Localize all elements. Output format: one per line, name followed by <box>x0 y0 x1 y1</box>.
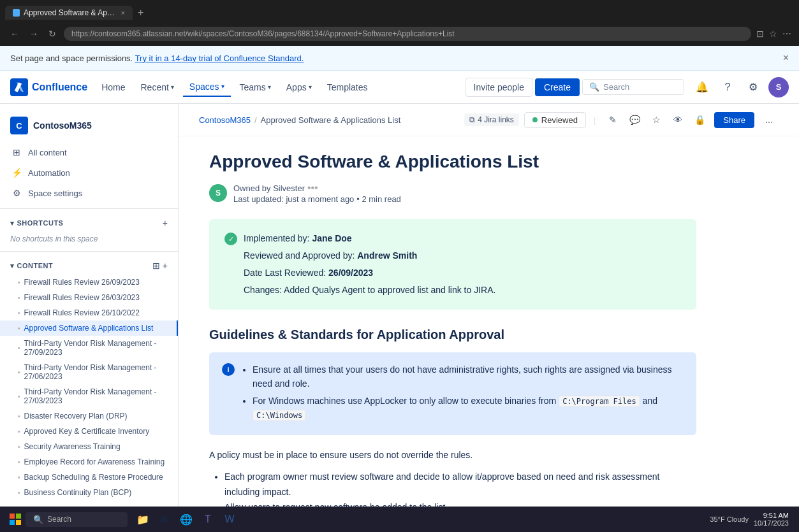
browser-extension-icon[interactable]: ⊡ <box>756 29 764 39</box>
sidebar-page-bcp[interactable]: Business Continuity Plan (BCP) <box>0 485 178 500</box>
taskbar-explorer-icon[interactable]: 📁 <box>133 509 153 529</box>
address-bar[interactable] <box>64 27 751 41</box>
browser-active-tab[interactable]: Approved Software & Applic... × <box>5 6 133 20</box>
sidebar-all-content[interactable]: ⊞ All content <box>0 142 178 162</box>
taskbar-app-icons: 📁 ✉ 🌐 T W <box>133 509 240 529</box>
sidebar-automation[interactable]: ⚡ Automation <box>0 162 178 183</box>
banner-link[interactable]: Try it in a 14-day trial of Confluence S… <box>135 54 304 63</box>
more-actions-button[interactable]: ... <box>759 110 779 129</box>
content-title[interactable]: ▾ CONTENT <box>10 262 53 270</box>
sidebar-page-vendor-1[interactable]: Third-Party Vendor Risk Management - 27/… <box>0 336 178 360</box>
tab-close-button[interactable]: × <box>121 9 125 17</box>
sidebar-page-security-training[interactable]: Security Awareness Training <box>0 439 178 454</box>
star-button[interactable]: ☆ <box>647 110 666 129</box>
invite-people-button[interactable]: Invite people <box>465 78 532 97</box>
recent-chevron: ▾ <box>171 83 174 90</box>
bullet-1: Ensure at all times that your users do n… <box>253 363 684 391</box>
nav-apps[interactable]: Apps ▾ <box>280 78 318 96</box>
implemented-text: Implemented by: Jane Doe <box>244 232 352 245</box>
system-tray: 35°F Cloudy 9:51 AM 10/17/2023 <box>705 512 794 527</box>
content-filter-button[interactable]: ⊞ <box>152 261 160 271</box>
shortcuts-empty-message: No shortcuts in this space <box>0 232 178 246</box>
sidebar-page-vendor-3[interactable]: Third-Party Vendor Risk Management - 27/… <box>0 384 178 408</box>
content-add-button[interactable]: + <box>163 261 168 271</box>
taskbar-word-icon[interactable]: W <box>219 509 240 529</box>
logo-icon <box>10 78 28 96</box>
taskbar-teams-icon[interactable]: T <box>198 509 218 529</box>
space-name: ContosoM365 <box>33 120 92 131</box>
edit-button[interactable]: ✎ <box>603 110 622 129</box>
shortcuts-add-button[interactable]: + <box>163 218 168 228</box>
jira-icon: ⧉ <box>469 115 475 124</box>
start-button[interactable] <box>5 509 26 529</box>
banner-close-button[interactable]: × <box>783 52 789 64</box>
user-avatar[interactable]: S <box>768 77 789 97</box>
notifications-button[interactable]: 🔔 <box>692 77 712 97</box>
settings-button[interactable]: ⚙ <box>743 77 763 97</box>
changes-text: Added Qualys Agent to approved list and … <box>284 285 495 295</box>
confluence-logo[interactable]: Confluence <box>10 78 87 96</box>
sidebar-page-firewall-3[interactable]: Firewall Rules Review 26/10/2022 <box>0 305 178 320</box>
banner-text: Set page and space permissions. <box>10 54 133 63</box>
help-button[interactable]: ? <box>717 77 738 97</box>
nav-templates[interactable]: Templates <box>321 78 374 96</box>
breadcrumb-space-link[interactable]: ContosoM365 <box>199 115 251 125</box>
svg-rect-0 <box>10 514 15 519</box>
sidebar-page-firewall-1[interactable]: Firewall Rules Review 26/09/2023 <box>0 275 178 290</box>
nav-home[interactable]: Home <box>95 78 131 96</box>
search-icon: 🔍 <box>589 82 599 92</box>
jira-links-badge[interactable]: ⧉ 4 Jira links <box>464 113 519 126</box>
shortcuts-section-header: ▾ SHORTCUTS + <box>0 214 178 232</box>
info-banner: Set page and space permissions. Try it i… <box>0 46 799 71</box>
sidebar-space-settings[interactable]: ⚙ Space settings <box>0 183 178 203</box>
code-windows: C:\Windows <box>253 410 306 421</box>
search-box[interactable]: 🔍 Search <box>582 79 684 95</box>
page-status-badge[interactable]: Reviewed <box>524 112 586 128</box>
nav-teams[interactable]: Teams ▾ <box>233 78 277 96</box>
taskbar-mail-icon[interactable]: ✉ <box>154 509 175 529</box>
author-dots[interactable]: ••• <box>307 182 318 193</box>
back-button[interactable]: ← <box>8 27 22 40</box>
implemented-by: Jane Doe <box>312 233 351 243</box>
browser-settings-icon[interactable]: ⋯ <box>782 29 791 39</box>
taskbar-search-text: Search <box>47 515 71 524</box>
sidebar-page-firewall-2[interactable]: Firewall Rules Review 26/03/2023 <box>0 290 178 305</box>
sidebar-page-backup[interactable]: Backup Scheduling & Restore Procedure <box>0 470 178 485</box>
sidebar-page-approved-software[interactable]: Approved Software & Applications List <box>0 320 178 336</box>
content-actions: ⊞ + <box>152 261 168 271</box>
shortcuts-title[interactable]: ▾ SHORTCUTS <box>10 219 63 227</box>
breadcrumb: ContosoM365 / Approved Software & Applic… <box>179 104 799 136</box>
taskbar-edge-icon[interactable]: 🌐 <box>176 509 196 529</box>
read-time: • 2 min read <box>356 194 401 204</box>
comment-button[interactable]: 💬 <box>625 110 644 129</box>
content-area: ContosoM365 / Approved Software & Applic… <box>179 104 799 531</box>
reviewed-by: Andrew Smith <box>357 250 417 261</box>
shortcuts-chevron: ▾ <box>10 219 15 227</box>
sidebar-page-drp[interactable]: Disaster Recovery Plan (DRP) <box>0 408 178 424</box>
info-box-implemented: ✓ Implemented by: Jane Doe <box>224 232 681 245</box>
browser-favorites-icon[interactable]: ☆ <box>769 29 777 39</box>
changes-row: Changes: Added Qualys Agent to approved … <box>244 284 681 297</box>
sidebar-page-cert-inventory[interactable]: Approved Key & Certificate Inventory <box>0 424 178 439</box>
info-box: ✓ Implemented by: Jane Doe Reviewed and … <box>209 219 696 310</box>
shortcuts-actions: + <box>163 218 168 228</box>
create-button[interactable]: Create <box>535 78 580 96</box>
grid-icon: ⊞ <box>10 146 23 159</box>
space-icon: C <box>10 117 28 134</box>
blue-info-header: i Ensure at all times that your users do… <box>222 363 684 425</box>
nav-spaces[interactable]: Spaces ▾ <box>183 78 231 97</box>
reload-button[interactable]: ↻ <box>46 27 59 40</box>
share-button[interactable]: Share <box>714 112 754 128</box>
taskbar-search[interactable]: 🔍 Search <box>26 512 128 527</box>
author-owned: Owned by Silvester <box>233 183 305 193</box>
sidebar-page-vendor-2[interactable]: Third-Party Vendor Risk Management - 27/… <box>0 360 178 384</box>
jira-count: 4 Jira links <box>478 115 514 124</box>
nav-recent[interactable]: Recent ▾ <box>134 78 180 96</box>
new-tab-button[interactable]: + <box>133 4 149 21</box>
restrict-button[interactable]: 🔒 <box>690 110 709 129</box>
watch-button[interactable]: 👁 <box>668 110 687 129</box>
forward-button[interactable]: → <box>27 27 41 40</box>
sidebar-page-employee-record[interactable]: Employee Record for Awareness Training <box>0 454 178 470</box>
breadcrumb-right-actions: ⧉ 4 Jira links Reviewed | ✎ 💬 ☆ 👁 🔒 Shar… <box>464 110 779 129</box>
sidebar-space-header[interactable]: C ContosoM365 <box>0 111 178 142</box>
